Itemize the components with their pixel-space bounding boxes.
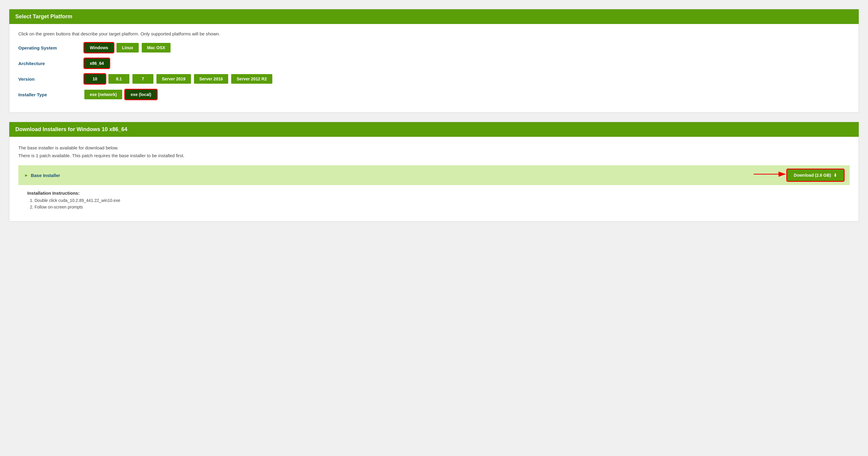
os-btn-windows[interactable]: Windows <box>84 43 114 53</box>
download-button[interactable]: Download (2.6 GB) ⬇ <box>787 169 844 181</box>
base-installer-title: ► Base Installer <box>24 173 60 178</box>
version-btn-server2016[interactable]: Server 2016 <box>194 74 228 84</box>
version-btn-server2012r2[interactable]: Server 2012 R2 <box>231 74 272 84</box>
version-btn-server2019[interactable]: Server 2019 <box>156 74 191 84</box>
version-btn-7[interactable]: 7 <box>132 74 153 84</box>
version-row: Version 10 8.1 7 Server 2019 Server 2016… <box>18 74 850 84</box>
version-buttons-group: 10 8.1 7 Server 2019 Server 2016 Server … <box>84 74 272 84</box>
arrow-annotation <box>754 168 789 183</box>
download-card: Download Installers for Windows 10 x86_6… <box>9 122 859 222</box>
os-btn-macosx[interactable]: Mac OSX <box>142 43 171 53</box>
download-icon: ⬇ <box>834 173 837 177</box>
os-btn-linux[interactable]: Linux <box>117 43 138 53</box>
select-platform-description: Click on the green buttons that describe… <box>18 31 850 36</box>
download-desc-line1: The base installer is available for down… <box>18 145 119 150</box>
version-btn-81[interactable]: 8.1 <box>108 74 129 84</box>
installer-btn-local[interactable]: exe (local) <box>125 90 156 99</box>
instruction-item-1: Double click cuda_10.2.89_441.22_win10.e… <box>34 198 841 203</box>
os-label: Operating System <box>18 45 84 51</box>
select-platform-title: Select Target Platform <box>15 13 72 20</box>
install-instructions: Installation Instructions: Double click … <box>18 185 850 214</box>
installer-btn-network[interactable]: exe (network) <box>84 90 122 99</box>
arch-btn-x86_64[interactable]: x86_64 <box>84 59 109 68</box>
instructions-list: Double click cuda_10.2.89_441.22_win10.e… <box>27 198 841 209</box>
version-label: Version <box>18 76 84 82</box>
chevron-right-icon: ► <box>24 173 29 177</box>
download-title: Download Installers for Windows 10 x86_6… <box>15 126 127 132</box>
os-buttons-group: Windows Linux Mac OSX <box>84 43 170 53</box>
arch-label: Architecture <box>18 61 84 66</box>
download-header: Download Installers for Windows 10 x86_6… <box>9 122 859 137</box>
download-button-label: Download (2.6 GB) <box>794 173 831 177</box>
select-platform-body: Click on the green buttons that describe… <box>9 24 859 112</box>
select-platform-header: Select Target Platform <box>9 9 859 24</box>
version-btn-10[interactable]: 10 <box>84 74 105 84</box>
installer-type-row: Installer Type exe (network) exe (local) <box>18 90 850 99</box>
download-description: The base installer is available for down… <box>18 144 850 159</box>
arch-buttons-group: x86_64 <box>84 59 109 68</box>
arch-row: Architecture x86_64 <box>18 59 850 68</box>
base-installer-label: Base Installer <box>31 173 60 178</box>
base-installer-row: ► Base Installer Download (2.6 GB) ⬇ <box>18 165 850 185</box>
os-row: Operating System Windows Linux Mac OSX <box>18 43 850 53</box>
select-platform-card: Select Target Platform Click on the gree… <box>9 9 859 113</box>
download-desc-line2: There is 1 patch available. This patch r… <box>18 153 184 158</box>
instructions-heading: Installation Instructions: <box>27 191 841 196</box>
instruction-item-2: Follow on-screen prompts <box>34 205 841 209</box>
download-body: The base installer is available for down… <box>9 137 859 221</box>
installer-type-label: Installer Type <box>18 92 84 97</box>
installer-type-buttons-group: exe (network) exe (local) <box>84 90 157 99</box>
